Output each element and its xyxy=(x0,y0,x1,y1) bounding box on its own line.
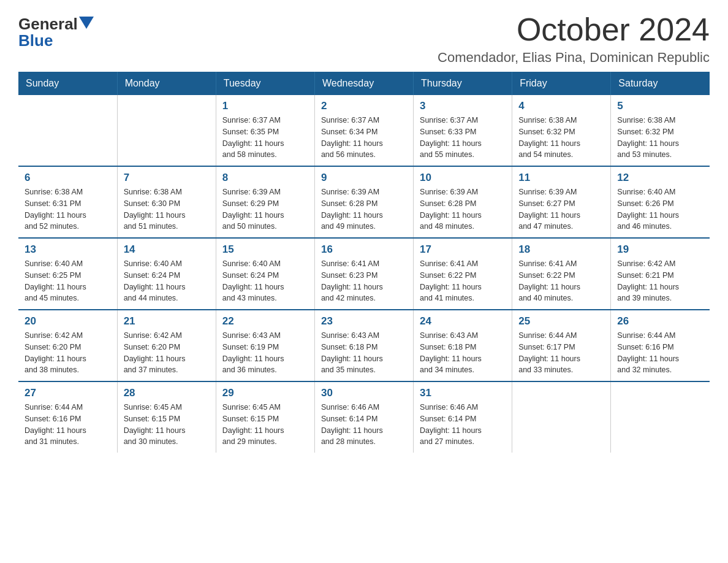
day-info: Sunrise: 6:37 AM Sunset: 6:34 PM Dayligh… xyxy=(321,115,407,161)
day-of-week-header: Wednesday xyxy=(314,72,413,95)
day-number: 14 xyxy=(124,243,210,256)
calendar-cell: 17Sunrise: 6:41 AM Sunset: 6:22 PM Dayli… xyxy=(414,238,512,310)
day-number: 16 xyxy=(321,243,407,256)
day-info: Sunrise: 6:39 AM Sunset: 6:27 PM Dayligh… xyxy=(518,186,604,232)
calendar-cell: 23Sunrise: 6:43 AM Sunset: 6:18 PM Dayli… xyxy=(314,310,413,381)
day-number: 27 xyxy=(25,387,111,399)
day-of-week-header: Saturday xyxy=(611,72,710,95)
calendar-cell xyxy=(512,381,611,453)
calendar-cell: 11Sunrise: 6:39 AM Sunset: 6:27 PM Dayli… xyxy=(512,166,611,238)
calendar-cell: 8Sunrise: 6:39 AM Sunset: 6:29 PM Daylig… xyxy=(216,166,314,238)
day-info: Sunrise: 6:38 AM Sunset: 6:31 PM Dayligh… xyxy=(25,186,111,232)
day-info: Sunrise: 6:37 AM Sunset: 6:35 PM Dayligh… xyxy=(222,115,308,161)
day-number: 8 xyxy=(222,172,308,184)
calendar-cell xyxy=(18,95,117,166)
calendar-week-row: 6Sunrise: 6:38 AM Sunset: 6:31 PM Daylig… xyxy=(18,166,710,238)
calendar-cell: 20Sunrise: 6:42 AM Sunset: 6:20 PM Dayli… xyxy=(18,310,117,381)
day-number: 26 xyxy=(617,315,703,327)
day-number: 24 xyxy=(420,315,506,327)
location-title: Comendador, Elias Pina, Dominican Republ… xyxy=(438,50,710,66)
day-number: 10 xyxy=(420,172,506,184)
calendar-cell: 21Sunrise: 6:42 AM Sunset: 6:20 PM Dayli… xyxy=(117,310,216,381)
day-number: 23 xyxy=(321,315,407,327)
logo-blue: Blue xyxy=(18,32,94,50)
day-info: Sunrise: 6:44 AM Sunset: 6:16 PM Dayligh… xyxy=(25,402,111,448)
day-info: Sunrise: 6:40 AM Sunset: 6:24 PM Dayligh… xyxy=(222,258,308,304)
calendar-cell: 13Sunrise: 6:40 AM Sunset: 6:25 PM Dayli… xyxy=(18,238,117,310)
day-number: 11 xyxy=(518,172,604,184)
day-number: 3 xyxy=(420,100,506,112)
calendar-cell: 24Sunrise: 6:43 AM Sunset: 6:18 PM Dayli… xyxy=(414,310,512,381)
calendar-table: SundayMondayTuesdayWednesdayThursdayFrid… xyxy=(18,72,710,453)
calendar-week-row: 27Sunrise: 6:44 AM Sunset: 6:16 PM Dayli… xyxy=(18,381,710,453)
calendar-cell: 4Sunrise: 6:38 AM Sunset: 6:32 PM Daylig… xyxy=(512,95,611,166)
day-info: Sunrise: 6:42 AM Sunset: 6:21 PM Dayligh… xyxy=(617,258,703,304)
day-number: 29 xyxy=(222,387,308,399)
calendar-cell: 7Sunrise: 6:38 AM Sunset: 6:30 PM Daylig… xyxy=(117,166,216,238)
day-number: 12 xyxy=(617,172,703,184)
day-number: 2 xyxy=(321,100,407,112)
day-info: Sunrise: 6:39 AM Sunset: 6:28 PM Dayligh… xyxy=(321,186,407,232)
day-number: 20 xyxy=(25,315,111,327)
calendar-cell: 1Sunrise: 6:37 AM Sunset: 6:35 PM Daylig… xyxy=(216,95,314,166)
calendar-cell: 15Sunrise: 6:40 AM Sunset: 6:24 PM Dayli… xyxy=(216,238,314,310)
day-number: 15 xyxy=(222,243,308,256)
calendar-cell: 30Sunrise: 6:46 AM Sunset: 6:14 PM Dayli… xyxy=(314,381,413,453)
calendar-cell: 25Sunrise: 6:44 AM Sunset: 6:17 PM Dayli… xyxy=(512,310,611,381)
calendar-cell xyxy=(117,95,216,166)
calendar-cell: 14Sunrise: 6:40 AM Sunset: 6:24 PM Dayli… xyxy=(117,238,216,310)
calendar-cell: 10Sunrise: 6:39 AM Sunset: 6:28 PM Dayli… xyxy=(414,166,512,238)
day-info: Sunrise: 6:44 AM Sunset: 6:17 PM Dayligh… xyxy=(518,330,604,376)
calendar-cell xyxy=(611,381,710,453)
day-info: Sunrise: 6:45 AM Sunset: 6:15 PM Dayligh… xyxy=(124,402,210,448)
day-number: 5 xyxy=(617,100,703,112)
calendar-cell: 28Sunrise: 6:45 AM Sunset: 6:15 PM Dayli… xyxy=(117,381,216,453)
day-info: Sunrise: 6:42 AM Sunset: 6:20 PM Dayligh… xyxy=(124,330,210,376)
day-number: 22 xyxy=(222,315,308,327)
day-info: Sunrise: 6:37 AM Sunset: 6:33 PM Dayligh… xyxy=(420,115,506,161)
calendar-cell: 16Sunrise: 6:41 AM Sunset: 6:23 PM Dayli… xyxy=(314,238,413,310)
day-number: 21 xyxy=(124,315,210,327)
day-number: 25 xyxy=(518,315,604,327)
calendar-cell: 19Sunrise: 6:42 AM Sunset: 6:21 PM Dayli… xyxy=(611,238,710,310)
day-number: 13 xyxy=(25,243,111,256)
month-title: October 2024 xyxy=(438,12,710,47)
calendar-week-row: 1Sunrise: 6:37 AM Sunset: 6:35 PM Daylig… xyxy=(18,95,710,166)
header: General Blue October 2024 Comendador, El… xyxy=(18,12,710,66)
day-number: 6 xyxy=(25,172,111,184)
calendar-cell: 26Sunrise: 6:44 AM Sunset: 6:16 PM Dayli… xyxy=(611,310,710,381)
day-info: Sunrise: 6:45 AM Sunset: 6:15 PM Dayligh… xyxy=(222,402,308,448)
calendar-cell: 5Sunrise: 6:38 AM Sunset: 6:32 PM Daylig… xyxy=(611,95,710,166)
logo-general: General xyxy=(18,15,78,33)
calendar-cell: 2Sunrise: 6:37 AM Sunset: 6:34 PM Daylig… xyxy=(314,95,413,166)
day-info: Sunrise: 6:43 AM Sunset: 6:18 PM Dayligh… xyxy=(420,330,506,376)
day-of-week-header: Thursday xyxy=(414,72,512,95)
calendar-cell: 29Sunrise: 6:45 AM Sunset: 6:15 PM Dayli… xyxy=(216,381,314,453)
day-number: 9 xyxy=(321,172,407,184)
calendar-header: SundayMondayTuesdayWednesdayThursdayFrid… xyxy=(18,72,710,95)
day-info: Sunrise: 6:41 AM Sunset: 6:23 PM Dayligh… xyxy=(321,258,407,304)
day-info: Sunrise: 6:38 AM Sunset: 6:32 PM Dayligh… xyxy=(518,115,604,161)
day-info: Sunrise: 6:42 AM Sunset: 6:20 PM Dayligh… xyxy=(25,330,111,376)
day-number: 1 xyxy=(222,100,308,112)
day-info: Sunrise: 6:38 AM Sunset: 6:30 PM Dayligh… xyxy=(124,186,210,232)
calendar-cell: 22Sunrise: 6:43 AM Sunset: 6:19 PM Dayli… xyxy=(216,310,314,381)
day-number: 28 xyxy=(124,387,210,399)
day-of-week-header: Monday xyxy=(117,72,216,95)
calendar-cell: 27Sunrise: 6:44 AM Sunset: 6:16 PM Dayli… xyxy=(18,381,117,453)
calendar-cell: 12Sunrise: 6:40 AM Sunset: 6:26 PM Dayli… xyxy=(611,166,710,238)
day-info: Sunrise: 6:38 AM Sunset: 6:32 PM Dayligh… xyxy=(617,115,703,161)
day-number: 17 xyxy=(420,243,506,256)
day-number: 30 xyxy=(321,387,407,399)
day-of-week-header: Tuesday xyxy=(216,72,314,95)
day-info: Sunrise: 6:41 AM Sunset: 6:22 PM Dayligh… xyxy=(518,258,604,304)
calendar-cell: 9Sunrise: 6:39 AM Sunset: 6:28 PM Daylig… xyxy=(314,166,413,238)
logo-triangle-icon xyxy=(79,17,94,29)
day-info: Sunrise: 6:39 AM Sunset: 6:29 PM Dayligh… xyxy=(222,186,308,232)
day-info: Sunrise: 6:40 AM Sunset: 6:25 PM Dayligh… xyxy=(25,258,111,304)
calendar-body: 1Sunrise: 6:37 AM Sunset: 6:35 PM Daylig… xyxy=(18,95,710,453)
calendar-week-row: 13Sunrise: 6:40 AM Sunset: 6:25 PM Dayli… xyxy=(18,238,710,310)
day-info: Sunrise: 6:40 AM Sunset: 6:24 PM Dayligh… xyxy=(124,258,210,304)
logo: General Blue xyxy=(18,15,94,49)
day-info: Sunrise: 6:44 AM Sunset: 6:16 PM Dayligh… xyxy=(617,330,703,376)
